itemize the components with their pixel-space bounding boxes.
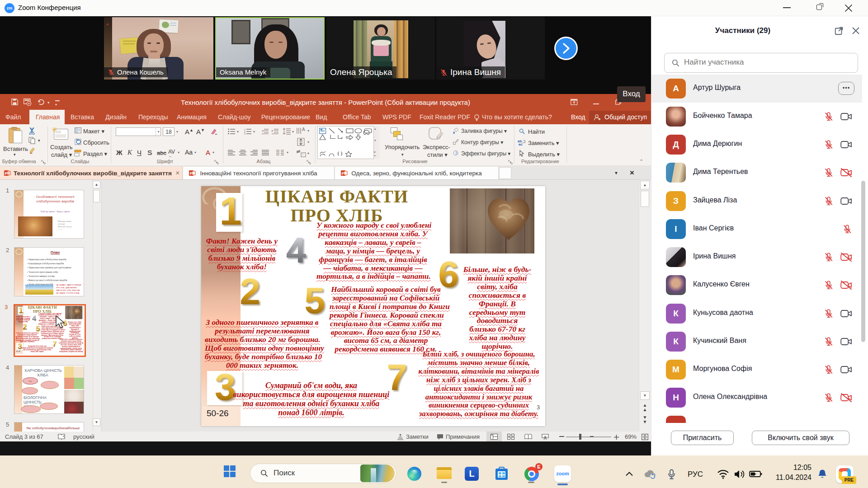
svg-text:P: P bbox=[5, 171, 8, 176]
svg-text:А: А bbox=[302, 127, 305, 132]
svg-text:P: P bbox=[342, 171, 344, 176]
svg-text:P: P bbox=[190, 171, 193, 176]
svg-text:3: 3 bbox=[244, 132, 245, 135]
